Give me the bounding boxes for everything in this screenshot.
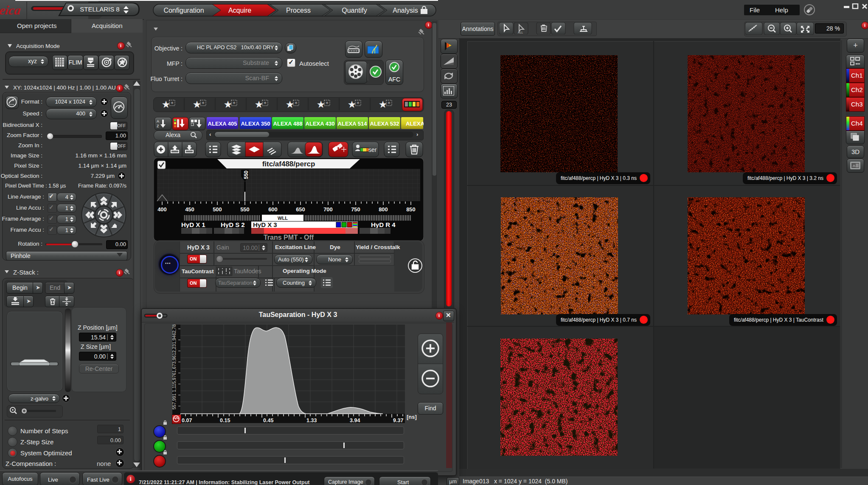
svg-text:850: 850 [406, 206, 416, 213]
svg-text:ALEXA: ALEXA [406, 121, 424, 127]
svg-text:ALEXA 488: ALEXA 488 [273, 121, 303, 127]
svg-text:0.07: 0.07 [182, 418, 192, 423]
svg-text:Configuration: Configuration [163, 7, 204, 14]
svg-text:450: 450 [185, 206, 194, 213]
svg-text:ALEXA 532: ALEXA 532 [370, 121, 399, 127]
svg-text:WLL: WLL [278, 216, 288, 221]
svg-text:600: 600 [268, 206, 278, 213]
svg-text:ALL: ALL [518, 31, 523, 34]
svg-text:750: 750 [351, 206, 360, 213]
svg-text:650: 650 [296, 206, 305, 213]
svg-text:Z: Z [157, 124, 159, 128]
svg-text:0.15: 0.15 [220, 418, 230, 423]
svg-text:ALEXA 514: ALEXA 514 [338, 121, 368, 127]
svg-text:800: 800 [379, 206, 388, 213]
svg-text:eica: eica [0, 3, 22, 17]
svg-text:A: A [157, 119, 159, 123]
svg-text:400: 400 [157, 206, 167, 213]
svg-text:fitc/af488/percp: fitc/af488/percp [262, 160, 315, 168]
svg-text:700: 700 [323, 206, 333, 213]
svg-text:550: 550 [240, 206, 250, 213]
svg-text:HyD R 4: HyD R 4 [371, 221, 396, 228]
svg-text:STELLARIS 8: STELLARIS 8 [80, 6, 119, 13]
svg-text:Analysis: Analysis [393, 7, 418, 14]
svg-text:HyD X 1: HyD X 1 [181, 221, 205, 228]
svg-text:550: 550 [243, 171, 249, 179]
svg-text:HyD X 3: HyD X 3 [253, 221, 277, 228]
svg-text:Acquire: Acquire [228, 7, 251, 14]
svg-text:ALEXA 350: ALEXA 350 [241, 121, 270, 127]
svg-text:500: 500 [213, 206, 222, 213]
svg-text:3.94: 3.94 [350, 418, 360, 423]
svg-text:Process: Process [286, 7, 311, 14]
svg-text:1.33: 1.33 [306, 418, 317, 423]
svg-text:ser: ser [368, 146, 377, 153]
svg-text:ALEXA 405: ALEXA 405 [208, 121, 237, 127]
svg-text:0.45: 0.45 [263, 418, 273, 423]
svg-text:557,991 1,115,9761,673,9612,23: 557,991 1,115,9761,673,9612,231,9462,78Ɣ [172, 325, 177, 409]
svg-text:9.37: 9.37 [393, 418, 403, 423]
svg-text:ALEXA 430: ALEXA 430 [306, 121, 335, 127]
svg-text:Quantify: Quantify [342, 7, 367, 14]
svg-text:HyD S 2: HyD S 2 [221, 221, 245, 228]
